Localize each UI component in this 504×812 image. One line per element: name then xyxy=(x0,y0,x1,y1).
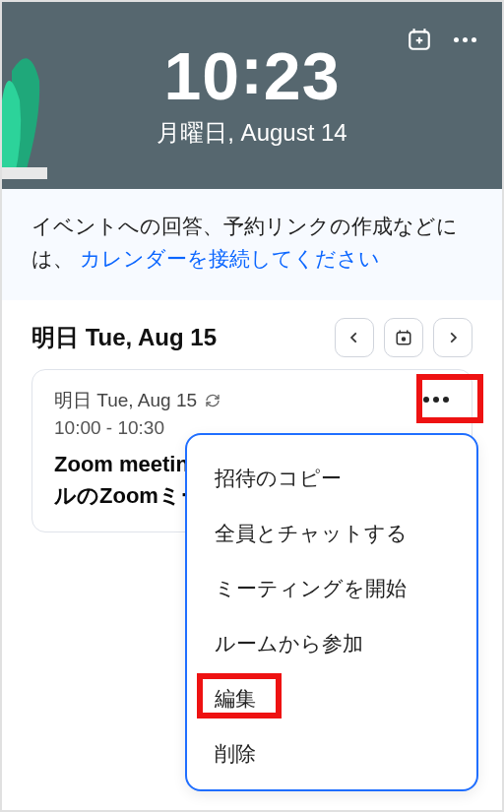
svg-rect-0 xyxy=(2,167,47,179)
day-nav xyxy=(335,318,472,357)
event-title-line2: ルのZoomミー xyxy=(54,483,203,508)
event-context-menu: 招待のコピー 全員とチャットする ミーティングを開始 ルームから参加 編集 削除 xyxy=(185,433,478,791)
connect-calendar-link[interactable]: カレンダーを接続してください xyxy=(80,247,380,270)
header-date: 月曜日, August 14 xyxy=(157,117,346,149)
plant-decoration xyxy=(2,31,61,179)
menu-edit[interactable]: 編集 xyxy=(197,671,467,726)
event-title-line1: Zoom meetin xyxy=(54,452,189,476)
ellipsis-icon xyxy=(454,37,476,42)
add-event-button[interactable] xyxy=(406,26,433,53)
connect-calendar-banner: イベントへの回答、予約リンクの作成などには、 カレンダーを接続してください xyxy=(2,189,502,300)
event-day-label: 明日 Tue, Aug 15 xyxy=(54,388,450,413)
clock-time: 10:23 xyxy=(164,42,341,109)
svg-point-7 xyxy=(403,338,406,341)
prev-day-button[interactable] xyxy=(335,318,374,357)
calendar-panel: 10:23 月曜日, August 14 イベントへの回答、予約リンクの作成など… xyxy=(0,0,504,812)
menu-chat-all[interactable]: 全員とチャットする xyxy=(197,506,467,561)
menu-join-from-room[interactable]: ルームから参加 xyxy=(197,616,467,671)
header-more-button[interactable] xyxy=(451,26,478,53)
event-day-text: 明日 Tue, Aug 15 xyxy=(54,388,197,413)
menu-delete[interactable]: 削除 xyxy=(197,726,467,781)
today-button[interactable] xyxy=(384,318,423,357)
clock-hours: 10 xyxy=(164,38,241,113)
recurring-icon xyxy=(205,393,220,408)
clock-colon: : xyxy=(240,36,264,103)
ellipsis-icon xyxy=(423,397,449,403)
day-section-header: 明日 Tue, Aug 15 xyxy=(2,300,502,369)
event-more-button[interactable] xyxy=(418,386,454,413)
day-section-title: 明日 Tue, Aug 15 xyxy=(32,322,217,353)
menu-copy-invitation[interactable]: 招待のコピー xyxy=(197,451,467,506)
menu-start-meeting[interactable]: ミーティングを開始 xyxy=(197,561,467,616)
next-day-button[interactable] xyxy=(433,318,472,357)
header: 10:23 月曜日, August 14 xyxy=(2,2,502,189)
clock-minutes: 23 xyxy=(264,38,341,113)
header-actions xyxy=(406,26,478,53)
